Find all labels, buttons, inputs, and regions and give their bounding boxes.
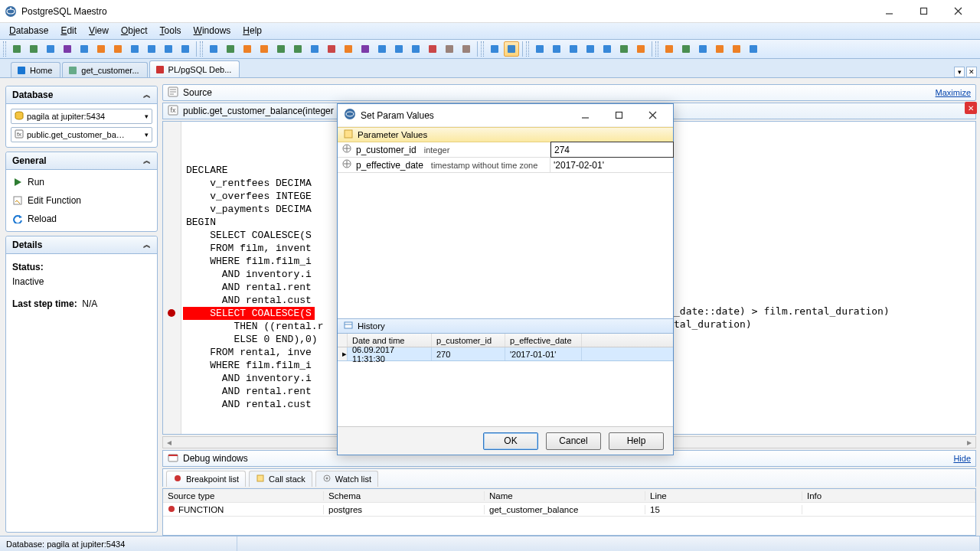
function-select[interactable]: fx public.get_customer_balance ▾ xyxy=(11,127,152,142)
menu-object[interactable]: Object xyxy=(115,23,154,39)
toolbar-button[interactable] xyxy=(549,41,564,57)
toolbar-button[interactable] xyxy=(459,41,474,57)
toolbar-button[interactable] xyxy=(60,41,75,57)
svg-rect-67 xyxy=(257,475,263,481)
debug-tab[interactable]: Breakpoint list xyxy=(166,471,246,487)
database-group-header[interactable]: Database ︽ xyxy=(6,86,157,104)
row-schema: postgres xyxy=(324,505,485,514)
toolbar-button[interactable] xyxy=(93,41,109,57)
menu-tools[interactable]: Tools xyxy=(154,23,188,39)
hide-link[interactable]: Hide xyxy=(953,454,971,463)
toolbar-button[interactable] xyxy=(223,41,238,57)
toolbar-button[interactable] xyxy=(161,41,176,57)
debug-tab[interactable]: Watch list xyxy=(315,471,378,487)
toolbar-button[interactable] xyxy=(206,41,221,57)
maximize-link[interactable]: Maximize xyxy=(936,88,971,97)
toolbar-button[interactable] xyxy=(256,41,272,57)
toolbar-button[interactable] xyxy=(504,41,519,57)
toolbar-button[interactable] xyxy=(26,41,41,57)
toolbar-button[interactable] xyxy=(442,41,457,57)
toolbar-button[interactable] xyxy=(358,41,373,57)
toolbar-button[interactable] xyxy=(532,41,547,57)
table-row[interactable]: FUNCTION postgres get_customer_balance 1… xyxy=(163,503,975,517)
toolbar-button[interactable] xyxy=(110,41,126,57)
toolbar-button[interactable] xyxy=(712,41,727,57)
table-header-row: Source type Schema Name Line Info xyxy=(163,489,975,503)
action-run[interactable]: Run xyxy=(11,174,152,190)
menu-edit[interactable]: Edit xyxy=(54,23,83,39)
database-select[interactable]: pagila at jupiter:5434 ▾ xyxy=(11,109,152,124)
menu-help[interactable]: Help xyxy=(237,23,268,39)
toolbar-button[interactable] xyxy=(633,41,648,57)
tab-close-button[interactable]: ✕ xyxy=(966,67,977,77)
toolbar-button[interactable] xyxy=(695,41,710,57)
param-row[interactable]: p_customer_id integer 274 xyxy=(338,142,673,158)
dialog-minimize-button[interactable] xyxy=(570,106,599,126)
breakpoint-icon[interactable] xyxy=(168,309,175,317)
toolbar-button[interactable] xyxy=(408,41,423,57)
action-reload[interactable]: Reload xyxy=(11,211,152,227)
menu-database[interactable]: Database xyxy=(3,23,54,39)
history-row[interactable]: ▸ 06.09.2017 11:31:30 270 '2017-01-01' xyxy=(338,347,673,361)
toolbar-button[interactable] xyxy=(144,41,159,57)
toolbar-button[interactable] xyxy=(178,41,193,57)
history-custid: 270 xyxy=(432,347,505,360)
close-button[interactable] xyxy=(941,0,975,23)
menu-windows[interactable]: Windows xyxy=(188,23,237,39)
toolbar-button[interactable] xyxy=(273,41,289,57)
toolbar-button[interactable] xyxy=(324,41,339,57)
history-section: History xyxy=(338,318,673,334)
debug-tab[interactable]: Call stack xyxy=(249,471,312,487)
tab-dropdown-button[interactable]: ▾ xyxy=(954,67,965,77)
toolbar-button[interactable] xyxy=(616,41,632,57)
toolbar-button[interactable] xyxy=(566,41,581,57)
set-param-values-dialog: Set Param Values Parameter Values p_cust… xyxy=(337,103,674,455)
toolbar-button[interactable] xyxy=(425,41,440,57)
toolbar-button[interactable] xyxy=(746,41,761,57)
database-icon xyxy=(15,111,24,122)
dialog-titlebar[interactable]: Set Param Values xyxy=(338,104,673,127)
toolbar-button[interactable] xyxy=(240,41,255,57)
param-icon xyxy=(342,159,351,171)
dialog-close-button[interactable] xyxy=(638,106,667,126)
svg-point-69 xyxy=(325,478,328,480)
maximize-button[interactable] xyxy=(906,0,941,23)
tab[interactable]: PL/pgSQL Deb... xyxy=(149,60,240,77)
action-edit-function[interactable]: Edit Function xyxy=(11,193,152,208)
toolbar-button[interactable] xyxy=(341,41,356,57)
col-line: Line xyxy=(645,491,802,500)
toolbar-button[interactable] xyxy=(391,41,407,57)
toolbar-button[interactable] xyxy=(77,41,92,57)
toolbar-button[interactable] xyxy=(9,41,24,57)
toolbar-button[interactable] xyxy=(487,41,502,57)
panel-close-icon[interactable]: ✕ xyxy=(965,102,977,114)
toolbar-button[interactable] xyxy=(678,41,694,57)
toolbar-button[interactable] xyxy=(127,41,142,57)
minimize-button[interactable] xyxy=(872,0,906,23)
scroll-left-icon[interactable]: ◂ xyxy=(163,437,175,448)
param-row[interactable]: p_effective_date timestamp without time … xyxy=(338,158,673,173)
help-button[interactable]: Help xyxy=(609,432,664,450)
general-group-header[interactable]: General ︽ xyxy=(6,152,157,170)
param-name: p_effective_date xyxy=(356,160,423,171)
toolbar-button[interactable] xyxy=(729,41,744,57)
svg-rect-20 xyxy=(243,45,251,53)
menu-view[interactable]: View xyxy=(83,23,115,39)
details-group-header[interactable]: Details ︽ xyxy=(6,236,157,254)
tab[interactable]: get_customer... xyxy=(62,62,147,77)
toolbar-button[interactable] xyxy=(662,41,677,57)
toolbar-button[interactable] xyxy=(307,41,322,57)
tab[interactable]: Home xyxy=(11,62,60,77)
toolbar-button[interactable] xyxy=(599,41,615,57)
cancel-button[interactable]: Cancel xyxy=(546,432,601,450)
toolbar-button[interactable] xyxy=(290,41,305,57)
param-value-input[interactable]: 274 xyxy=(554,145,570,155)
toolbar-button[interactable] xyxy=(374,41,390,57)
toolbar-button[interactable] xyxy=(43,41,58,57)
param-value-input[interactable]: '2017-02-01' xyxy=(554,160,604,171)
scroll-right-icon[interactable]: ▸ xyxy=(963,437,975,448)
svg-rect-16 xyxy=(165,45,172,53)
toolbar-button[interactable] xyxy=(583,41,598,57)
dialog-maximize-button[interactable] xyxy=(604,106,633,126)
ok-button[interactable]: OK xyxy=(483,432,538,450)
